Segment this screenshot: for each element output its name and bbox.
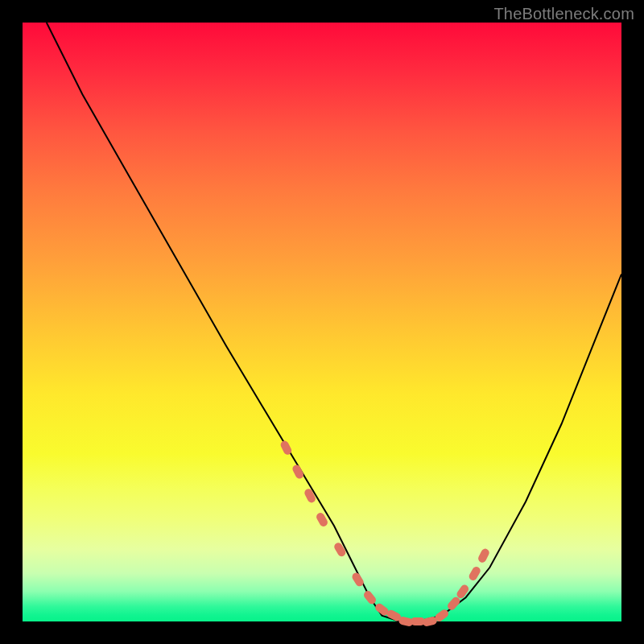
highlight-dot (362, 589, 378, 605)
highlight-dot (303, 488, 317, 505)
watermark-text: TheBottleneck.com (493, 5, 634, 23)
highlight-dot (332, 541, 347, 558)
highlight-dot (291, 464, 305, 481)
bottleneck-curve (47, 23, 621, 621)
watermark-link[interactable]: TheBottleneck.com (493, 5, 634, 23)
plot-area (23, 23, 621, 621)
highlight-dot (456, 584, 471, 600)
highlight-dot (477, 547, 490, 564)
highlight-dot (446, 596, 461, 612)
highlight-dots-group (279, 440, 491, 627)
outer-frame: TheBottleneck.com (0, 0, 644, 644)
curve-svg (23, 23, 621, 621)
